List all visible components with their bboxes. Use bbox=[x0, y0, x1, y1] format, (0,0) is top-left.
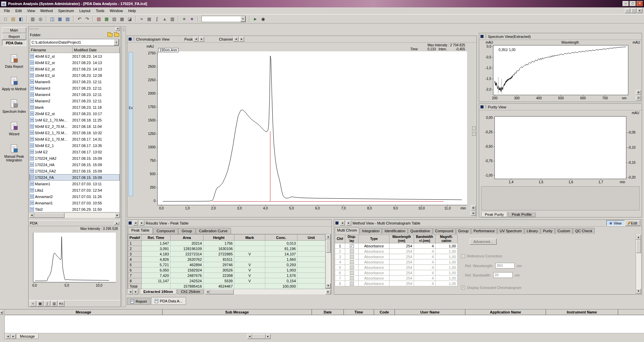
message-col-code[interactable]: Code bbox=[374, 309, 395, 315]
peak-table-row[interactable]: 23,091128196109163010681,196 bbox=[128, 246, 325, 251]
chevron-down-icon[interactable]: ▼ bbox=[114, 39, 119, 45]
drag-grip[interactable] bbox=[29, 28, 39, 30]
scroll-right-arrow[interactable]: ► bbox=[326, 289, 331, 294]
spectrum-plot[interactable]: 0,0-0,5-1,0-1,5-2,0200300400500600700nmm… bbox=[479, 40, 642, 102]
method-table-row[interactable]: 7Absorbance25441,00 bbox=[335, 276, 458, 281]
close-message-panel-button[interactable]: ✕ bbox=[0, 311, 3, 314]
purity-plot[interactable]: 0,00-0,25-0,50-0,75-1,001,41,51,61,7min-… bbox=[479, 110, 642, 186]
scroll-thumb[interactable] bbox=[636, 240, 641, 253]
open-folder-icon[interactable]: ▤ bbox=[10, 15, 17, 22]
message-list[interactable] bbox=[5, 315, 644, 333]
cascade-windows-icon[interactable]: ▨ bbox=[64, 15, 71, 22]
method-table-col-magnifi-cation[interactable]: Magnifi-cation bbox=[435, 235, 457, 243]
scroll-down-arrow[interactable]: ▼ bbox=[326, 283, 331, 288]
peak-table-row[interactable]: 66,050158292430526V1,003 bbox=[128, 267, 325, 273]
peak-table-row[interactable]: 77,420248767622398V1,576 bbox=[128, 273, 325, 278]
file-row[interactable]: 50nM E2_12017.08.17. 13:35 bbox=[30, 142, 120, 149]
nav-item-spectrum-index[interactable]: Spectrum Index bbox=[2, 99, 27, 113]
menu-view[interactable]: View bbox=[25, 8, 38, 14]
tab-integration[interactable]: Integration bbox=[360, 228, 382, 234]
tab-scroll-left[interactable]: ◄ bbox=[128, 289, 133, 294]
tab-qc-check[interactable]: QC Check bbox=[573, 228, 595, 234]
spectrum-view-icon[interactable]: ∫ bbox=[153, 15, 160, 22]
folder-new-icon[interactable] bbox=[114, 33, 119, 37]
pda-section-header[interactable]: PDA ▼ bbox=[29, 220, 121, 226]
file-row[interactable]: Mariann12017.07.03. 13:11 bbox=[30, 181, 120, 187]
save-icon[interactable]: ◧ bbox=[17, 15, 25, 22]
nav-item-wizard[interactable]: Wizard bbox=[2, 121, 27, 136]
file-row[interactable]: Mariann22017.08.23. 12:11 bbox=[30, 98, 120, 104]
peak-table-col-height[interactable]: Height bbox=[203, 235, 234, 241]
pda-report-icon[interactable]: ▥ bbox=[51, 301, 57, 306]
print-preview-icon[interactable]: ◎ bbox=[37, 15, 44, 22]
tab-purity[interactable]: Purity bbox=[541, 228, 555, 234]
wizard-icon[interactable]: ★ bbox=[188, 15, 195, 22]
minimize-button[interactable]: ─ bbox=[623, 1, 629, 6]
scroll-down-arrow[interactable]: ▼ bbox=[636, 289, 641, 294]
peak-table-col-ret-time[interactable]: Ret. Time bbox=[142, 235, 171, 241]
scroll-up-arrow[interactable]: ▲ bbox=[636, 235, 641, 240]
tab-compound[interactable]: Compound bbox=[153, 228, 178, 234]
chevron-down-icon[interactable]: ▼ bbox=[240, 16, 245, 22]
peak-table-col-unit[interactable]: Unit bbox=[297, 235, 325, 241]
mdi-minimize-button[interactable]: ─ bbox=[625, 8, 630, 13]
pda-contour-icon[interactable]: ▩ bbox=[37, 301, 43, 306]
tab-purity-peak-purity[interactable]: Peak Purity bbox=[481, 212, 507, 217]
channel-tab-extracted-190nm[interactable]: Extracted 190nm bbox=[140, 289, 177, 294]
close-panel-button[interactable]: ✕ bbox=[116, 27, 120, 31]
file-row[interactable]: 1nM E22017.08.17. 13:02 bbox=[30, 149, 120, 155]
message-tab[interactable]: Message bbox=[16, 334, 39, 339]
scroll-up-arrow[interactable]: ▲ bbox=[326, 234, 331, 239]
scroll-left-arrow[interactable]: ◄ bbox=[205, 289, 210, 294]
tab-uv-spectrum[interactable]: UV Spectrum bbox=[497, 228, 524, 234]
file-row[interactable]: Lilla12017.07.03. 12:54 bbox=[30, 187, 120, 193]
drag-grip[interactable] bbox=[123, 28, 125, 32]
message-col-time[interactable]: Time bbox=[344, 309, 374, 315]
properties-icon[interactable]: ≡ bbox=[181, 15, 188, 22]
pane-splitter-handle[interactable] bbox=[472, 132, 476, 136]
peak-table-icon[interactable]: ▦ bbox=[103, 15, 110, 22]
menu-tools[interactable]: Tools bbox=[93, 8, 107, 14]
method-table-col-bandwidth-nm[interactable]: Bandwidth+/-(nm) bbox=[414, 235, 435, 243]
nav-item-data-report[interactable]: Data Report bbox=[2, 54, 27, 68]
method-settings-icon[interactable]: ◉ bbox=[260, 15, 267, 22]
method-table-col-disp-lay[interactable]: Disp-lay bbox=[345, 235, 359, 243]
channel-prev-button[interactable]: ◄ bbox=[233, 37, 238, 42]
peak-table-row[interactable]: 55,72146289429746V0,293 bbox=[128, 262, 325, 267]
pda-thumbnail-plot[interactable]: 0,05,010,0 bbox=[30, 231, 119, 288]
prev-view-button[interactable]: ◄ bbox=[340, 221, 345, 226]
apply-to-method-icon[interactable]: ► bbox=[252, 15, 259, 22]
drag-grip[interactable] bbox=[485, 105, 487, 109]
modified-date-column-header[interactable]: Modified Date bbox=[73, 47, 120, 53]
tab-library[interactable]: Library bbox=[524, 228, 541, 234]
scroll-track[interactable] bbox=[326, 253, 331, 283]
tab-calibration-curve[interactable]: Calibration Curve bbox=[196, 228, 231, 234]
message-col-date[interactable]: Date bbox=[312, 309, 344, 315]
scroll-thumb[interactable] bbox=[210, 289, 234, 294]
message-col-user-name[interactable]: User Name bbox=[395, 309, 465, 315]
pda-all-channels-button[interactable]: ALL bbox=[58, 301, 64, 306]
view-mode-button[interactable]: ◉ View bbox=[606, 220, 625, 226]
folder-path-combobox[interactable]: C:\LabSolutions\Data\Project1 ▼ bbox=[30, 39, 119, 46]
method-table-row[interactable]: 8Absorbance25441,00 bbox=[335, 281, 458, 286]
tab-purity-peak-profile[interactable]: Peak Profile bbox=[508, 212, 535, 217]
tab-compound[interactable]: Compound bbox=[433, 228, 456, 234]
method-table-row[interactable]: 5Absorbance25441,00 bbox=[335, 265, 458, 270]
channel-next-button[interactable]: ► bbox=[239, 37, 244, 42]
nav-tab-pda-data[interactable]: PDA Data bbox=[2, 40, 26, 46]
file-row[interactable]: blank2017.08.23. 11:18 bbox=[30, 104, 120, 110]
undo-icon[interactable]: ↶ bbox=[76, 15, 83, 22]
peak-table-col-mark[interactable]: Mark bbox=[234, 235, 265, 241]
file-row[interactable]: Mariann42017.08.23. 12:11 bbox=[30, 91, 120, 98]
tab-custom[interactable]: Custom bbox=[555, 228, 572, 234]
chevron-down-icon[interactable]: ▼ bbox=[114, 222, 119, 225]
menu-layout[interactable]: Layout bbox=[77, 8, 93, 14]
panel-splitter[interactable] bbox=[122, 26, 126, 307]
peak-table-vscrollbar[interactable]: ▲ ▼ bbox=[325, 234, 331, 288]
peak-table-row[interactable]: 811,1472425245539V0,154 bbox=[128, 278, 325, 284]
quant-browser-icon[interactable]: ▩ bbox=[119, 15, 126, 22]
scroll-thumb[interactable] bbox=[326, 239, 331, 253]
file-row[interactable]: 170224_HA2017.08.15. 15:09 bbox=[30, 161, 120, 168]
file-row[interactable]: 170224_FA22017.08.15. 15:09 bbox=[30, 168, 120, 174]
file-row[interactable]: 80nM E2_st2017.08.23. 14:13 bbox=[30, 66, 120, 72]
